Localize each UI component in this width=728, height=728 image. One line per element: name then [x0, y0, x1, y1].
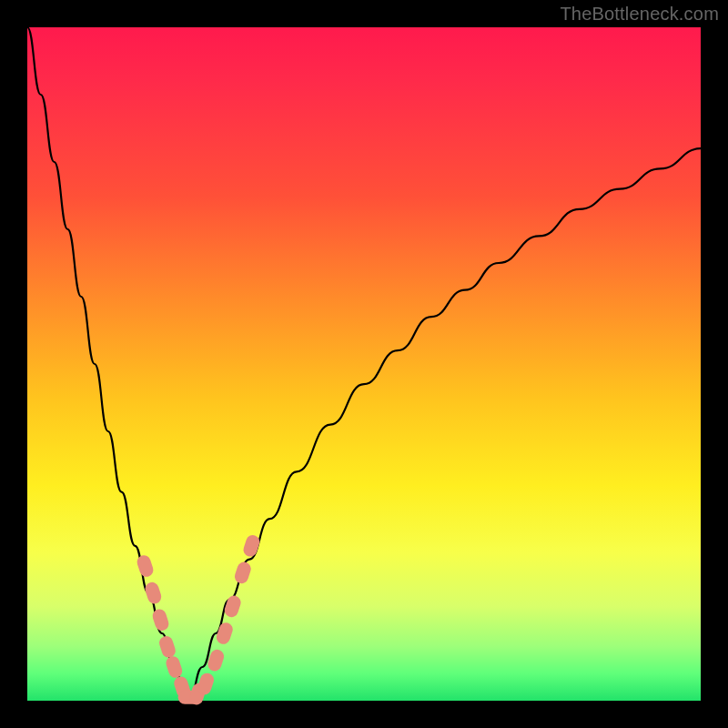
outer-frame: TheBottleneck.com — [0, 0, 728, 728]
data-marker — [136, 553, 156, 578]
data-marker — [233, 561, 253, 585]
plot-area — [27, 27, 701, 701]
curve-left-branch — [27, 27, 189, 701]
curve-right-branch — [189, 148, 701, 701]
watermark-text: TheBottleneck.com — [560, 4, 719, 25]
marker-group — [136, 533, 262, 706]
data-marker — [151, 607, 171, 632]
data-marker — [164, 654, 184, 679]
chart-svg — [27, 27, 701, 701]
data-marker — [242, 533, 262, 558]
data-marker — [157, 634, 177, 659]
data-marker — [144, 581, 164, 605]
data-marker — [223, 594, 243, 619]
data-marker — [215, 621, 235, 645]
